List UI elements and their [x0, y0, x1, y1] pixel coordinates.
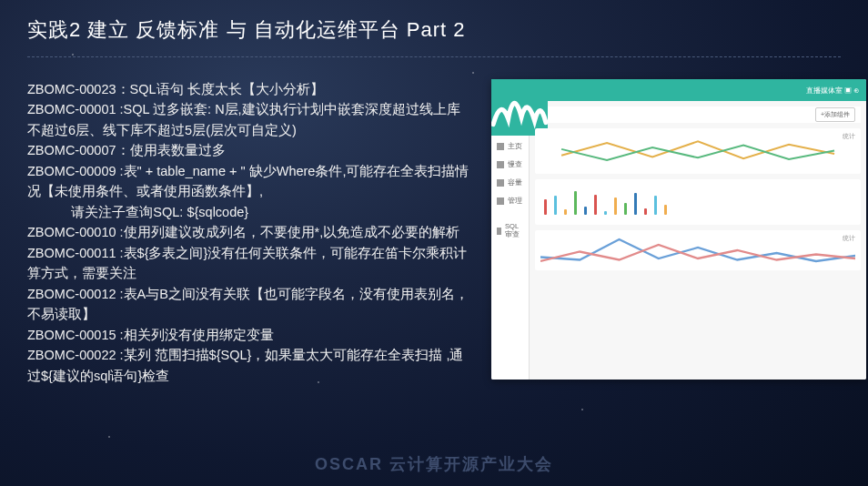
- chart-panel-1: 统计: [535, 128, 861, 174]
- add-widget-button[interactable]: +添加组件: [815, 107, 855, 122]
- app-logo-corner: [491, 79, 548, 136]
- sidebar-item[interactable]: 管理: [491, 192, 529, 210]
- chart-icon: [497, 179, 504, 187]
- sql-icon: [497, 228, 501, 235]
- rule-line: ZBOMC-00010 :使用列建议改成列名，不要使用*,以免造成不必要的解析: [27, 222, 473, 242]
- rule-line: ZBOMC-00022 :某列 范围扫描${SQL}，如果量太大可能存在全表扫描…: [27, 345, 473, 386]
- panel-label: 统计: [843, 234, 855, 243]
- app-tabs: ♪ +添加组件: [535, 106, 861, 123]
- rule-line: ZBOMC-00007：使用表数量过多: [27, 140, 473, 160]
- rule-line: ZBOMC-00023：SQL语句 长度太长【大小分析】: [27, 79, 473, 99]
- topbar-right-text: 直播媒体室 ▣ ⊕: [806, 86, 859, 96]
- sidebar-label: 主页: [508, 142, 522, 151]
- sidebar-item[interactable]: 容量: [491, 174, 529, 192]
- slide-title: 实践2 建立 反馈标准 与 自动化运维平台 Part 2: [27, 16, 841, 57]
- rule-line: 请关注子查询SQL: ${sqlcode}: [27, 202, 473, 222]
- rule-line: ZBOMC-00012 :表A与B之间没有关联【也可能字段名，没有使用表别名，不…: [27, 284, 473, 325]
- list-icon: [497, 161, 504, 168]
- sidebar-item[interactable]: 慢查: [491, 156, 529, 174]
- gear-icon: [497, 197, 504, 205]
- app-sidebar: 主页 慢查 容量 管理 SQL审查: [491, 101, 530, 380]
- app-main: ♪ +添加组件 统计 统计: [530, 101, 866, 380]
- bar-chart: [540, 189, 855, 215]
- chart-panel-3: 统计: [535, 230, 861, 270]
- sidebar-label: 慢查: [508, 160, 522, 169]
- sidebar-item[interactable]: 主页: [491, 137, 529, 156]
- rule-line: ZBOMC-00015 :相关列没有使用绑定变量: [27, 325, 473, 345]
- chart-panel-2: [535, 179, 861, 225]
- line-chart: [540, 137, 855, 165]
- sidebar-label: SQL审查: [505, 222, 523, 239]
- rules-text-block: ZBOMC-00023：SQL语句 长度太长【大小分析】 ZBOMC-00001…: [27, 79, 473, 386]
- sidebar-label: 容量: [508, 178, 522, 187]
- home-icon: [497, 143, 504, 150]
- footer-watermark: OSCAR 云计算开源产业大会: [0, 453, 868, 475]
- line-chart: [540, 237, 855, 264]
- rule-line: ZBOMC-00011 :表${多表之间}没有任何关联条件，可能存在笛卡尔乘积计…: [27, 243, 473, 284]
- sidebar-label: 管理: [508, 197, 522, 206]
- panel-label: 统计: [843, 132, 855, 141]
- rule-line: ZBOMC-00001 :SQL 过多嵌套: N层,建议执行计划中嵌套深度超过线…: [27, 99, 473, 140]
- rule-line: ZBOMC-00009 :表" + table_name + " 缺少Where…: [27, 161, 473, 202]
- screenshot-app-window: 直播媒体室 ▣ ⊕ 主页 慢查 容量 管理 SQL审查 ♪ +添加: [491, 79, 866, 380]
- sidebar-item[interactable]: SQL审查: [491, 218, 529, 244]
